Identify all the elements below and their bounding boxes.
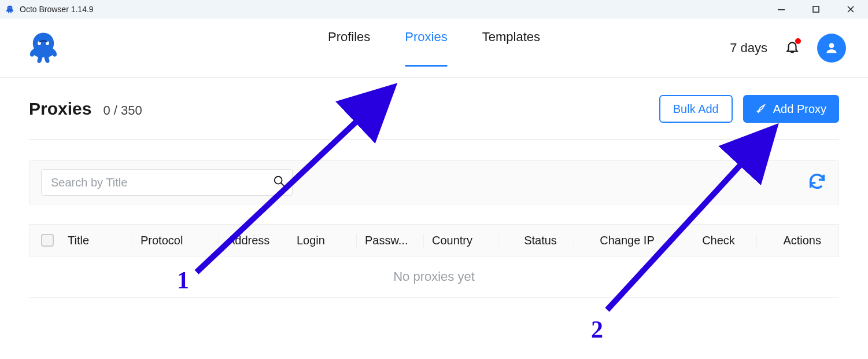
nav-tab-proxies[interactable]: Proxies	[405, 30, 447, 67]
rocket-icon	[756, 103, 767, 115]
page-title: Proxies	[29, 99, 91, 119]
refresh-icon	[807, 171, 827, 191]
column-header-status[interactable]: Status	[499, 234, 574, 247]
nav-tab-profiles[interactable]: Profiles	[328, 30, 370, 67]
annotation-arrow-1	[185, 75, 405, 284]
svg-rect-0	[778, 9, 785, 10]
svg-line-5	[197, 87, 393, 272]
annotation-arrow-2	[596, 119, 786, 321]
window-close-button[interactable]	[833, 0, 868, 19]
svg-line-6	[607, 127, 775, 310]
column-header-title[interactable]: Title	[68, 234, 132, 247]
add-proxy-label: Add Proxy	[773, 102, 826, 116]
notification-dot-icon	[795, 38, 801, 44]
select-all-checkbox[interactable]	[41, 234, 54, 247]
notifications-button[interactable]	[785, 39, 800, 57]
annotation-label-2: 2	[591, 316, 603, 343]
window-titlebar: Octo Browser 1.14.9	[0, 0, 868, 19]
days-remaining: 7 days	[730, 41, 767, 56]
main-nav: Profiles Proxies Templates	[328, 30, 540, 67]
proxy-count: 0 / 350	[103, 103, 142, 118]
app-icon	[5, 4, 15, 14]
app-header: Profiles Proxies Templates 7 days	[0, 19, 868, 78]
window-minimize-button[interactable]	[764, 0, 799, 19]
refresh-button[interactable]	[807, 171, 827, 193]
person-icon	[824, 41, 839, 56]
user-avatar-button[interactable]	[817, 34, 846, 63]
app-logo	[23, 28, 64, 68]
bulk-add-label: Bulk Add	[673, 102, 719, 116]
svg-rect-1	[813, 6, 819, 12]
column-header-country[interactable]: Country	[424, 234, 499, 247]
window-title: Octo Browser 1.14.9	[20, 5, 94, 14]
annotation-label-1: 1	[177, 266, 189, 294]
nav-tab-templates[interactable]: Templates	[482, 30, 540, 67]
window-maximize-button[interactable]	[799, 0, 833, 19]
